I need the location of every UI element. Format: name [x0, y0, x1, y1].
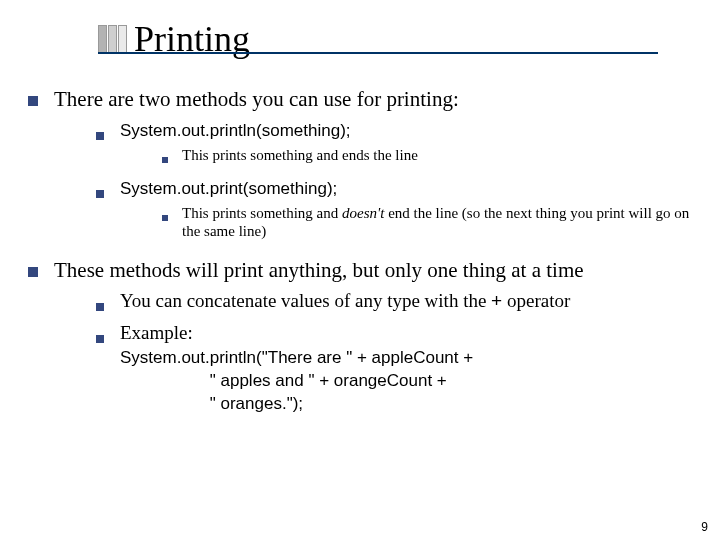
bullet-text: This prints something and ends the line — [182, 147, 418, 163]
decor-block-icon — [108, 25, 117, 53]
bullet-lvl1: These methods will print anything, but o… — [28, 257, 695, 420]
bullet-text: There are two methods you can use for pr… — [54, 87, 459, 111]
bullet-square-icon — [96, 303, 104, 311]
bullet-text-em: doesn't — [342, 205, 384, 221]
bullet-square-icon — [96, 132, 104, 140]
bullet-square-icon — [96, 190, 104, 198]
code-example: System.out.println("There are " + appleC… — [120, 347, 695, 416]
plus-operator: + — [491, 290, 502, 311]
bullet-text: These methods will print anything, but o… — [54, 258, 584, 282]
code-line: " oranges."); — [120, 393, 695, 416]
bullet-lvl3: This prints something and doesn't end th… — [162, 204, 695, 242]
bullet-square-icon — [162, 215, 168, 221]
bullet-square-icon — [96, 335, 104, 343]
decor-block-icon — [118, 25, 127, 53]
slide: Printing There are two methods you can u… — [0, 0, 720, 540]
title-underline — [98, 52, 658, 54]
title-decor — [98, 25, 128, 53]
bullet-lvl2: System.out.println(something); This prin… — [96, 118, 695, 245]
content-body: There are two methods you can use for pr… — [28, 86, 695, 428]
code-text: System.out.print(something); — [120, 179, 337, 198]
bullet-square-icon — [28, 96, 38, 106]
bullet-text-pre: You can concatenate values of any type w… — [120, 290, 491, 311]
example-label: Example: — [120, 322, 193, 343]
bullet-square-icon — [28, 267, 38, 277]
bullet-lvl3: This prints something and ends the line — [162, 146, 695, 168]
decor-block-icon — [98, 25, 107, 53]
code-line: System.out.println("There are " + appleC… — [120, 347, 695, 370]
bullet-text-post: operator — [502, 290, 570, 311]
bullet-square-icon — [162, 157, 168, 163]
bullet-lvl2: You can concatenate values of any type w… — [96, 289, 695, 415]
code-line: " apples and " + orangeCount + — [120, 370, 695, 393]
page-number: 9 — [701, 520, 708, 534]
bullet-text-pre: This prints something and — [182, 205, 342, 221]
code-text: System.out.println(something); — [120, 121, 351, 140]
bullet-lvl1: There are two methods you can use for pr… — [28, 86, 695, 249]
